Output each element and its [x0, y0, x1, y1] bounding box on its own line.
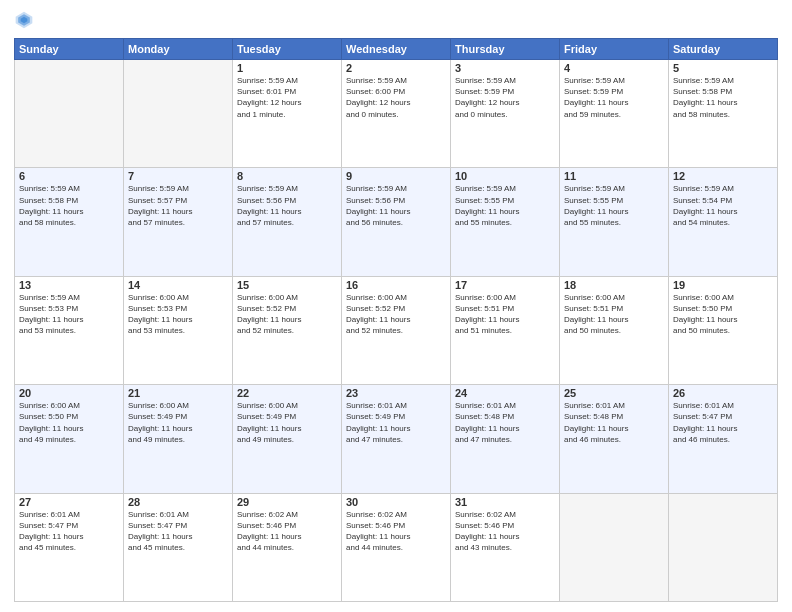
calendar-cell: 24Sunrise: 6:01 AM Sunset: 5:48 PM Dayli… [451, 385, 560, 493]
day-number: 19 [673, 279, 773, 291]
day-number: 14 [128, 279, 228, 291]
day-number: 16 [346, 279, 446, 291]
calendar-cell: 13Sunrise: 5:59 AM Sunset: 5:53 PM Dayli… [15, 276, 124, 384]
day-number: 4 [564, 62, 664, 74]
day-info: Sunrise: 5:59 AM Sunset: 5:56 PM Dayligh… [346, 183, 446, 228]
day-number: 3 [455, 62, 555, 74]
calendar-day-header: Thursday [451, 39, 560, 60]
calendar-cell: 23Sunrise: 6:01 AM Sunset: 5:49 PM Dayli… [342, 385, 451, 493]
calendar-cell [669, 493, 778, 601]
day-number: 23 [346, 387, 446, 399]
day-number: 18 [564, 279, 664, 291]
calendar-cell: 5Sunrise: 5:59 AM Sunset: 5:58 PM Daylig… [669, 60, 778, 168]
day-number: 20 [19, 387, 119, 399]
calendar-cell: 17Sunrise: 6:00 AM Sunset: 5:51 PM Dayli… [451, 276, 560, 384]
day-number: 9 [346, 170, 446, 182]
calendar-week-row: 27Sunrise: 6:01 AM Sunset: 5:47 PM Dayli… [15, 493, 778, 601]
day-info: Sunrise: 5:59 AM Sunset: 5:58 PM Dayligh… [673, 75, 773, 120]
day-info: Sunrise: 6:02 AM Sunset: 5:46 PM Dayligh… [346, 509, 446, 554]
calendar-cell: 19Sunrise: 6:00 AM Sunset: 5:50 PM Dayli… [669, 276, 778, 384]
calendar-cell: 10Sunrise: 5:59 AM Sunset: 5:55 PM Dayli… [451, 168, 560, 276]
day-info: Sunrise: 5:59 AM Sunset: 5:56 PM Dayligh… [237, 183, 337, 228]
calendar-cell: 26Sunrise: 6:01 AM Sunset: 5:47 PM Dayli… [669, 385, 778, 493]
calendar-week-row: 20Sunrise: 6:00 AM Sunset: 5:50 PM Dayli… [15, 385, 778, 493]
calendar-cell: 2Sunrise: 5:59 AM Sunset: 6:00 PM Daylig… [342, 60, 451, 168]
calendar-cell [124, 60, 233, 168]
day-number: 29 [237, 496, 337, 508]
day-number: 26 [673, 387, 773, 399]
day-info: Sunrise: 6:00 AM Sunset: 5:52 PM Dayligh… [346, 292, 446, 337]
day-info: Sunrise: 5:59 AM Sunset: 5:55 PM Dayligh… [564, 183, 664, 228]
day-number: 13 [19, 279, 119, 291]
calendar-day-header: Monday [124, 39, 233, 60]
day-info: Sunrise: 6:01 AM Sunset: 5:47 PM Dayligh… [128, 509, 228, 554]
day-number: 24 [455, 387, 555, 399]
day-number: 17 [455, 279, 555, 291]
calendar-day-header: Saturday [669, 39, 778, 60]
day-number: 2 [346, 62, 446, 74]
calendar-cell: 12Sunrise: 5:59 AM Sunset: 5:54 PM Dayli… [669, 168, 778, 276]
calendar-cell [15, 60, 124, 168]
day-info: Sunrise: 6:00 AM Sunset: 5:53 PM Dayligh… [128, 292, 228, 337]
calendar-cell: 27Sunrise: 6:01 AM Sunset: 5:47 PM Dayli… [15, 493, 124, 601]
day-info: Sunrise: 6:01 AM Sunset: 5:49 PM Dayligh… [346, 400, 446, 445]
day-info: Sunrise: 6:02 AM Sunset: 5:46 PM Dayligh… [237, 509, 337, 554]
day-info: Sunrise: 6:01 AM Sunset: 5:47 PM Dayligh… [19, 509, 119, 554]
calendar-cell: 15Sunrise: 6:00 AM Sunset: 5:52 PM Dayli… [233, 276, 342, 384]
day-info: Sunrise: 5:59 AM Sunset: 5:55 PM Dayligh… [455, 183, 555, 228]
day-number: 7 [128, 170, 228, 182]
day-info: Sunrise: 6:00 AM Sunset: 5:49 PM Dayligh… [128, 400, 228, 445]
day-info: Sunrise: 5:59 AM Sunset: 5:54 PM Dayligh… [673, 183, 773, 228]
day-info: Sunrise: 5:59 AM Sunset: 6:00 PM Dayligh… [346, 75, 446, 120]
day-number: 8 [237, 170, 337, 182]
calendar-week-row: 6Sunrise: 5:59 AM Sunset: 5:58 PM Daylig… [15, 168, 778, 276]
day-number: 1 [237, 62, 337, 74]
day-info: Sunrise: 6:00 AM Sunset: 5:51 PM Dayligh… [455, 292, 555, 337]
day-info: Sunrise: 5:59 AM Sunset: 5:57 PM Dayligh… [128, 183, 228, 228]
calendar-day-header: Tuesday [233, 39, 342, 60]
calendar-cell: 28Sunrise: 6:01 AM Sunset: 5:47 PM Dayli… [124, 493, 233, 601]
calendar-table: SundayMondayTuesdayWednesdayThursdayFrid… [14, 38, 778, 602]
day-info: Sunrise: 6:02 AM Sunset: 5:46 PM Dayligh… [455, 509, 555, 554]
calendar-cell: 4Sunrise: 5:59 AM Sunset: 5:59 PM Daylig… [560, 60, 669, 168]
calendar-cell: 6Sunrise: 5:59 AM Sunset: 5:58 PM Daylig… [15, 168, 124, 276]
calendar-cell: 20Sunrise: 6:00 AM Sunset: 5:50 PM Dayli… [15, 385, 124, 493]
day-info: Sunrise: 6:00 AM Sunset: 5:51 PM Dayligh… [564, 292, 664, 337]
logo-icon [14, 10, 34, 30]
day-number: 22 [237, 387, 337, 399]
day-number: 10 [455, 170, 555, 182]
day-number: 12 [673, 170, 773, 182]
day-number: 31 [455, 496, 555, 508]
day-info: Sunrise: 6:00 AM Sunset: 5:50 PM Dayligh… [19, 400, 119, 445]
calendar-cell: 16Sunrise: 6:00 AM Sunset: 5:52 PM Dayli… [342, 276, 451, 384]
header [14, 10, 778, 30]
day-info: Sunrise: 6:00 AM Sunset: 5:50 PM Dayligh… [673, 292, 773, 337]
day-number: 27 [19, 496, 119, 508]
day-number: 15 [237, 279, 337, 291]
calendar-cell: 11Sunrise: 5:59 AM Sunset: 5:55 PM Dayli… [560, 168, 669, 276]
day-info: Sunrise: 5:59 AM Sunset: 5:58 PM Dayligh… [19, 183, 119, 228]
calendar-header-row: SundayMondayTuesdayWednesdayThursdayFrid… [15, 39, 778, 60]
logo [14, 10, 38, 30]
day-info: Sunrise: 5:59 AM Sunset: 5:53 PM Dayligh… [19, 292, 119, 337]
calendar-day-header: Friday [560, 39, 669, 60]
day-number: 5 [673, 62, 773, 74]
day-number: 25 [564, 387, 664, 399]
calendar-cell: 29Sunrise: 6:02 AM Sunset: 5:46 PM Dayli… [233, 493, 342, 601]
day-number: 6 [19, 170, 119, 182]
calendar-cell: 9Sunrise: 5:59 AM Sunset: 5:56 PM Daylig… [342, 168, 451, 276]
page: SundayMondayTuesdayWednesdayThursdayFrid… [0, 0, 792, 612]
calendar-day-header: Wednesday [342, 39, 451, 60]
day-number: 30 [346, 496, 446, 508]
calendar-cell: 14Sunrise: 6:00 AM Sunset: 5:53 PM Dayli… [124, 276, 233, 384]
day-number: 28 [128, 496, 228, 508]
calendar-cell: 30Sunrise: 6:02 AM Sunset: 5:46 PM Dayli… [342, 493, 451, 601]
calendar-cell: 18Sunrise: 6:00 AM Sunset: 5:51 PM Dayli… [560, 276, 669, 384]
day-number: 11 [564, 170, 664, 182]
calendar-cell: 7Sunrise: 5:59 AM Sunset: 5:57 PM Daylig… [124, 168, 233, 276]
calendar-cell: 1Sunrise: 5:59 AM Sunset: 6:01 PM Daylig… [233, 60, 342, 168]
day-info: Sunrise: 5:59 AM Sunset: 6:01 PM Dayligh… [237, 75, 337, 120]
day-info: Sunrise: 6:01 AM Sunset: 5:48 PM Dayligh… [455, 400, 555, 445]
calendar-cell: 3Sunrise: 5:59 AM Sunset: 5:59 PM Daylig… [451, 60, 560, 168]
calendar-week-row: 1Sunrise: 5:59 AM Sunset: 6:01 PM Daylig… [15, 60, 778, 168]
